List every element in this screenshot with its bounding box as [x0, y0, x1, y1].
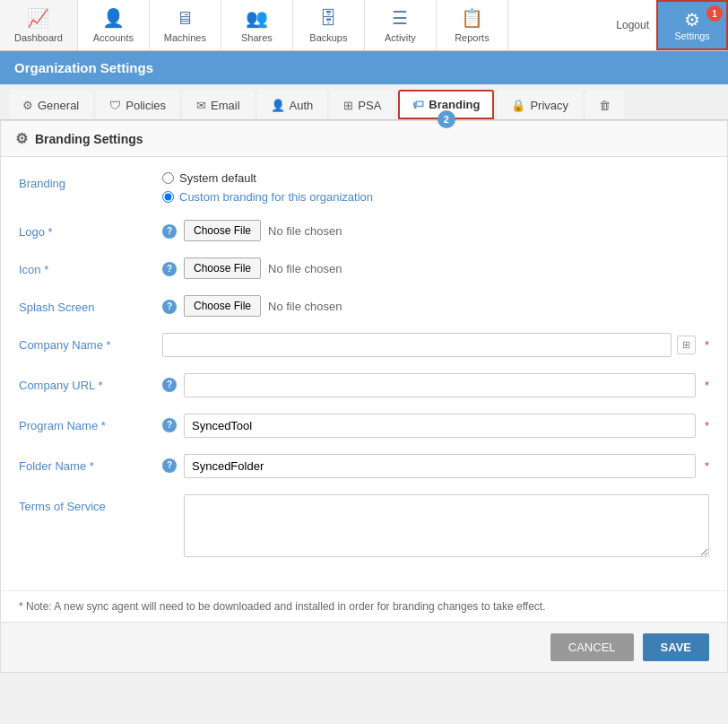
radio-custom-branding-input[interactable]	[162, 191, 174, 203]
logo-help-icon[interactable]: ?	[162, 224, 177, 239]
program-name-input-wrap: *	[184, 414, 709, 438]
nav-label-settings: Settings	[674, 31, 710, 41]
icon-label: Icon *	[19, 257, 162, 276]
backups-icon: 🗄	[319, 8, 337, 29]
settings-badge: 1	[706, 5, 723, 22]
icon-control: Choose File No file chosen	[184, 257, 709, 279]
logout-button[interactable]: Logout	[609, 0, 656, 50]
company-name-input-wrap: ⊞ *	[162, 333, 709, 357]
folder-name-input-wrap: *	[184, 454, 709, 478]
company-name-label: Company Name *	[19, 333, 162, 352]
psa-tab-label: PSA	[358, 99, 381, 112]
nav-label-accounts: Accounts	[93, 32, 134, 43]
tab-branding[interactable]: 🏷 Branding 2	[398, 90, 494, 119]
branding-radio-group: System default Custom branding for this …	[162, 171, 709, 204]
tab-delete[interactable]: 🗑	[585, 90, 624, 119]
company-url-input[interactable]	[184, 373, 696, 397]
nav-item-dashboard[interactable]: 📈 Dashboard	[0, 0, 78, 50]
icon-row: Icon * ? Choose File No file chosen	[19, 257, 709, 279]
nav-item-activity[interactable]: ☰ Activity	[365, 0, 437, 50]
branding-row: Branding System default Custom branding …	[19, 171, 709, 204]
splash-row: Splash Screen ? Choose File No file chos…	[19, 295, 709, 317]
radio-system-default[interactable]: System default	[162, 171, 709, 185]
radio-system-default-input[interactable]	[162, 172, 174, 184]
tab-policies[interactable]: 🛡 Policies	[96, 90, 179, 119]
program-name-required: *	[705, 419, 709, 432]
nav-item-backups[interactable]: 🗄 Backups	[293, 0, 365, 50]
company-name-input[interactable]	[162, 333, 672, 357]
nav-label-dashboard: Dashboard	[14, 32, 63, 43]
branding-label: Branding	[19, 171, 162, 190]
logo-row: Logo * ? Choose File No file chosen	[19, 220, 709, 241]
org-settings-title: Organization Settings	[14, 60, 153, 75]
save-button[interactable]: SAVE	[643, 633, 709, 661]
nav-label-activity: Activity	[385, 32, 416, 43]
privacy-tab-icon: 🔒	[511, 99, 525, 112]
company-name-required: *	[705, 338, 709, 352]
splash-choose-file-button[interactable]: Choose File	[184, 295, 261, 317]
splash-help: ?	[162, 299, 177, 314]
nav-item-accounts[interactable]: 👤 Accounts	[78, 0, 150, 50]
tab-privacy[interactable]: 🔒 Privacy	[498, 90, 582, 119]
auth-tab-icon: 👤	[271, 99, 285, 112]
icon-file-row: Choose File No file chosen	[184, 257, 709, 279]
logo-control: Choose File No file chosen	[184, 220, 709, 241]
splash-no-file-text: No file chosen	[268, 300, 342, 313]
tab-auth[interactable]: 👤 Auth	[257, 90, 327, 119]
privacy-tab-label: Privacy	[530, 99, 568, 112]
branding-tab-label: Branding	[429, 98, 480, 111]
psa-tab-icon: ⊞	[343, 99, 353, 112]
logo-file-row: Choose File No file chosen	[184, 220, 709, 241]
tos-row: Terms of Service	[19, 494, 709, 560]
footer-actions: CANCEL SAVE	[1, 622, 727, 672]
logo-choose-file-button[interactable]: Choose File	[184, 220, 261, 241]
radio-custom-branding-label: Custom branding for this organization	[179, 190, 373, 204]
nav-item-machines[interactable]: 🖥 Machines	[150, 0, 221, 50]
accounts-icon: 👤	[102, 7, 125, 29]
icon-no-file-text: No file chosen	[268, 262, 342, 275]
section-gear-icon: ⚙	[15, 130, 28, 147]
splash-control: Choose File No file chosen	[184, 295, 709, 317]
shares-icon: 👥	[246, 7, 268, 29]
program-name-help-icon[interactable]: ?	[162, 418, 177, 432]
nav-item-shares[interactable]: 👥 Shares	[221, 0, 293, 50]
cancel-button[interactable]: CANCEL	[550, 633, 634, 661]
splash-help-icon[interactable]: ?	[162, 300, 177, 314]
policies-tab-icon: 🛡	[109, 99, 121, 112]
folder-name-help-icon[interactable]: ?	[162, 458, 177, 473]
program-name-label: Program Name *	[19, 414, 162, 432]
icon-choose-file-button[interactable]: Choose File	[184, 257, 261, 279]
company-url-help: ?	[162, 377, 177, 392]
nav-label-machines: Machines	[164, 32, 206, 43]
company-url-row: Company URL * ? *	[19, 373, 709, 397]
program-name-input[interactable]	[184, 414, 696, 438]
folder-name-input[interactable]	[184, 454, 696, 478]
folder-name-required: *	[705, 459, 709, 473]
nav-item-reports[interactable]: 📋 Reports	[437, 0, 508, 50]
nav-item-settings[interactable]: 1 ⚙ Settings	[656, 0, 728, 50]
general-tab-label: General	[38, 99, 79, 112]
tos-label: Terms of Service	[19, 494, 162, 513]
folder-name-row: Folder Name * ? *	[19, 454, 709, 478]
note-area: * Note: A new sync agent will need to be…	[1, 590, 727, 622]
email-tab-icon: ✉	[196, 99, 206, 112]
logo-help: ?	[162, 223, 177, 239]
company-name-expand-icon: ⊞	[677, 336, 696, 354]
tab-psa[interactable]: ⊞ PSA	[330, 90, 394, 119]
radio-custom-branding[interactable]: Custom branding for this organization	[162, 190, 709, 204]
icon-help-icon[interactable]: ?	[162, 262, 177, 276]
tab-general[interactable]: ⚙ General	[9, 90, 92, 119]
logo-label: Logo *	[19, 220, 162, 239]
auth-tab-label: Auth	[290, 99, 314, 112]
section-header: ⚙ Branding Settings	[1, 121, 727, 157]
delete-tab-icon: 🗑	[599, 99, 611, 112]
folder-name-control: *	[184, 454, 709, 478]
tab-email[interactable]: ✉ Email	[183, 90, 254, 119]
radio-system-default-label: System default	[179, 171, 256, 185]
company-url-help-icon[interactable]: ?	[162, 378, 177, 392]
settings-icon: ⚙	[684, 9, 700, 31]
machines-icon: 🖥	[176, 8, 194, 29]
tos-textarea[interactable]	[184, 494, 709, 557]
branding-options: System default Custom branding for this …	[162, 171, 709, 204]
tab-bar: ⚙ General 🛡 Policies ✉ Email 👤 Auth ⊞ PS…	[0, 84, 728, 120]
